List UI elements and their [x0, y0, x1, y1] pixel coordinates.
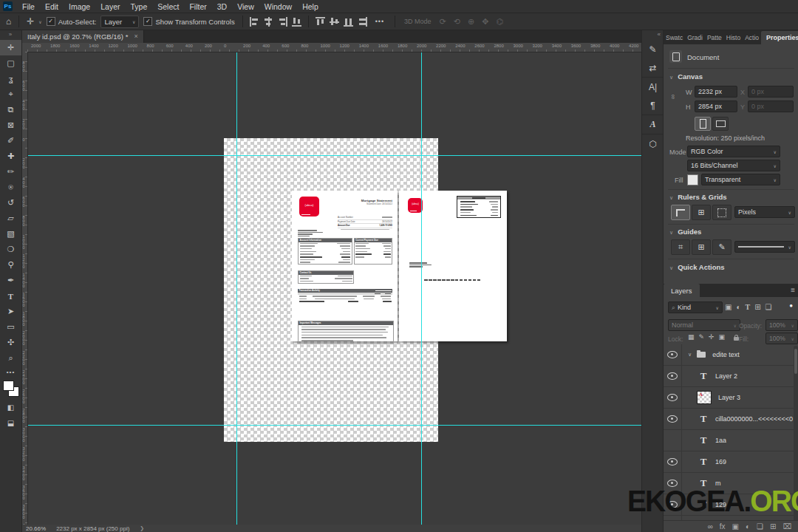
quick-mask-icon[interactable]: ◧ [0, 400, 21, 415]
guide-horizontal-1[interactable] [27, 155, 641, 156]
object-selection-tool[interactable]: ⌖ [0, 86, 21, 102]
blend-mode-dropdown[interactable]: Normal∨ [668, 319, 740, 331]
layer-row[interactable]: T1aa [664, 430, 798, 451]
document-tab[interactable]: Italy id.psd @ 20.7% (RGB/16) * × [22, 30, 144, 43]
lock-position-icon[interactable]: ✛ [709, 333, 715, 341]
eye-icon[interactable] [667, 351, 678, 358]
edit-guides-button[interactable]: ✎ [712, 239, 732, 255]
tab-layers[interactable]: Layers [664, 284, 700, 297]
filter-toggle-icon[interactable]: ● [789, 302, 793, 309]
menu-edit[interactable]: Edit [40, 1, 64, 13]
delete-layer-icon[interactable]: ⌧ [782, 522, 791, 532]
lock-transparency-icon[interactable]: ▦ [688, 333, 695, 341]
canvas-viewport[interactable]: (absa) Mortgage Statement Statement Date… [27, 52, 641, 525]
eye-icon[interactable] [667, 372, 678, 380]
character-panel-icon[interactable]: A| [642, 77, 664, 96]
eye-icon[interactable] [667, 458, 678, 466]
lock-all-icon[interactable] [734, 337, 739, 341]
blur-tool[interactable]: ❍ [0, 242, 21, 257]
visibility-cell[interactable] [664, 344, 682, 365]
eraser-tool[interactable]: ▱ [0, 211, 21, 226]
shape-tool[interactable]: ▭ [0, 319, 21, 335]
path-selection-tool[interactable]: ➤ [0, 304, 21, 319]
type-tool[interactable]: T [0, 288, 21, 304]
filter-shape-layers-icon[interactable]: ⊞ [754, 303, 760, 311]
menu-file[interactable]: File [17, 1, 40, 13]
visibility-cell[interactable] [664, 409, 682, 429]
screen-mode-icon[interactable]: ⬓ [0, 415, 21, 431]
pen-tool[interactable]: ✒ [0, 273, 21, 288]
new-layer-icon[interactable]: ⊞ [770, 522, 776, 532]
dodge-tool[interactable]: ⚲ [0, 257, 21, 273]
visibility-cell[interactable] [664, 451, 682, 472]
eye-icon[interactable] [667, 394, 678, 401]
toggle-rulers-button[interactable] [671, 205, 690, 220]
align-top-edges-icon[interactable] [316, 17, 325, 27]
frame-tool[interactable]: ⊠ [0, 117, 21, 133]
guides-section-header[interactable]: ∨Guides [669, 228, 701, 236]
zoom-level[interactable]: 20.66% [26, 525, 46, 532]
layer-style-icon[interactable]: fx [720, 522, 726, 532]
layers-fill-field[interactable]: 100%∨ [765, 332, 798, 344]
zoom-tool[interactable]: ⌕ [0, 350, 21, 366]
layers-menu-icon[interactable]: ≡ [791, 284, 795, 297]
move-tool[interactable]: ✛ [0, 40, 21, 55]
move-tool-preset-icon[interactable]: ✛ [27, 16, 34, 27]
layer-row[interactable]: Tcilla0000000...<<<<<<<<0 d [664, 409, 798, 430]
eye-icon[interactable] [667, 415, 678, 423]
eyedropper-tool[interactable]: ✐ [0, 133, 21, 149]
tab-swatc[interactable]: Swatc [664, 31, 685, 44]
tab-gradi[interactable]: Gradi [685, 31, 705, 44]
align-bottom-edges-icon[interactable] [344, 17, 353, 27]
toggle-grid-button[interactable]: ⊞ [692, 205, 711, 220]
lasso-tool[interactable]: ʓ [0, 71, 21, 86]
menu-filter[interactable]: Filter [184, 1, 211, 13]
tab-patte[interactable]: Patte [705, 31, 724, 44]
filter-pixel-layers-icon[interactable]: ▣ [725, 303, 732, 311]
height-field[interactable]: 2854 px [695, 100, 737, 112]
foreground-color-swatch[interactable] [3, 381, 14, 391]
align-right-edges-icon[interactable] [278, 17, 287, 27]
visibility-cell[interactable] [664, 387, 682, 408]
3d-panel-icon[interactable]: ⬡ [642, 134, 664, 153]
lock-guides-button[interactable]: ⊞ [692, 239, 711, 255]
x-field[interactable]: 0 px [748, 86, 794, 98]
brush-tool[interactable]: ✏ [0, 164, 21, 180]
lock-pixels-icon[interactable]: ✎ [699, 333, 705, 341]
align-horizontal-centers-icon[interactable] [264, 17, 273, 27]
menu-window[interactable]: Window [259, 1, 297, 13]
status-chevron-icon[interactable]: ❯ [140, 525, 144, 531]
chevron-down-icon[interactable]: ∨ [688, 352, 692, 358]
edit-toolbar-icon[interactable]: ••• [0, 366, 21, 378]
constrain-link-icon[interactable]: ∞ [669, 95, 677, 99]
vertical-ruler[interactable]: 8006004002000200400600800100012001400160… [21, 52, 28, 525]
tab-properties[interactable]: Properties [761, 31, 798, 44]
crop-tool[interactable]: ⧉ [0, 102, 21, 117]
horizontal-ruler[interactable]: 2000180016001400120010008006004002000200… [27, 43, 641, 52]
layer-row[interactable]: TLayer 2 [664, 366, 798, 387]
layer-row[interactable]: T169 [664, 451, 798, 473]
guide-style-dropdown[interactable]: ∨ [734, 241, 795, 253]
gradient-tool[interactable]: ▧ [0, 226, 21, 242]
toggle-pixel-grid-button[interactable] [712, 205, 732, 220]
tab-histo[interactable]: Histo [724, 31, 743, 44]
more-options-icon[interactable]: ••• [375, 18, 384, 25]
guide-horizontal-2[interactable] [27, 425, 641, 426]
clone-stamp-tool[interactable]: ⍟ [0, 180, 21, 195]
link-layers-icon[interactable]: ∞ [708, 522, 713, 532]
layer-row[interactable]: ∨edite text [664, 344, 798, 366]
distribute-horizontal-icon[interactable] [292, 17, 301, 27]
menu-help[interactable]: Help [297, 1, 324, 13]
landscape-orientation-button[interactable] [712, 117, 729, 131]
lock-artboard-icon[interactable]: ▣ [719, 333, 726, 341]
menu-type[interactable]: Type [125, 1, 152, 13]
bit-depth-dropdown[interactable]: 16 Bits/Channel∨ [687, 160, 780, 171]
ruler-units-dropdown[interactable]: Pixels∨ [734, 206, 795, 218]
width-field[interactable]: 2232 px [695, 86, 737, 98]
home-icon[interactable]: ⌂ [6, 16, 11, 27]
guide-vertical-2[interactable] [421, 52, 422, 525]
marquee-tool[interactable]: ▢ [0, 55, 21, 71]
auto-select-target-dropdown[interactable]: Layer ∨ [100, 16, 139, 28]
healing-brush-tool[interactable]: ✚ [0, 149, 21, 164]
menu-select[interactable]: Select [152, 1, 184, 13]
